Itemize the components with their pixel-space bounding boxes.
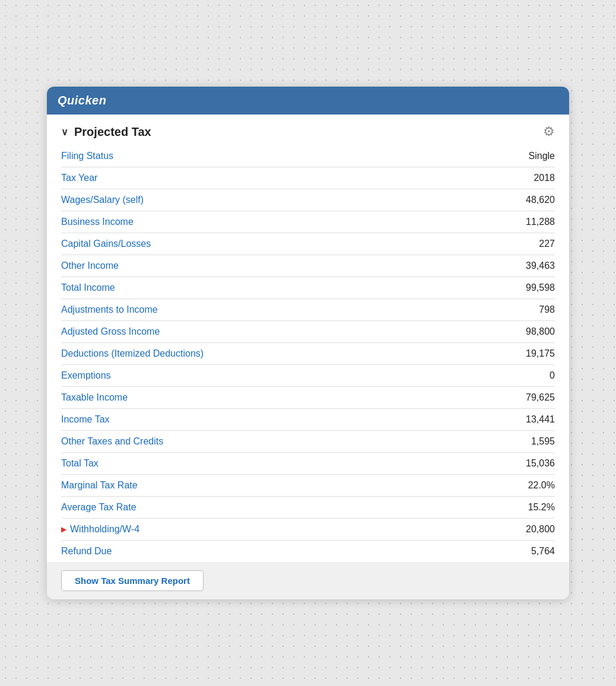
row-label: Wages/Salary (self) <box>61 189 471 211</box>
chevron-down-icon[interactable]: ∨ <box>61 126 68 138</box>
row-value: 798 <box>471 299 555 321</box>
projected-tax-card: Quicken ∨ Projected Tax ⚙ Filing Status … <box>47 87 569 599</box>
table-row[interactable]: Deductions (Itemized Deductions) 19,175 <box>61 343 555 365</box>
table-row[interactable]: Taxable Income 79,625 <box>61 387 555 409</box>
gear-icon[interactable]: ⚙ <box>543 124 555 139</box>
row-label: Other Income <box>61 255 471 277</box>
refund-due-value: 5,764 <box>471 541 555 563</box>
table-row[interactable]: Total Income 99,598 <box>61 277 555 299</box>
withholding-row[interactable]: ▶ Withholding/W-4 20,800 <box>61 519 555 541</box>
table-row[interactable]: Income Tax 13,441 <box>61 409 555 431</box>
table-row[interactable]: Business Income 11,288 <box>61 211 555 233</box>
row-value: 48,620 <box>471 189 555 211</box>
row-label: Business Income <box>61 211 471 233</box>
table-row[interactable]: Marginal Tax Rate 22.0% <box>61 475 555 497</box>
row-label: Deductions (Itemized Deductions) <box>61 343 471 365</box>
app-title: Quicken <box>58 94 106 107</box>
table-row[interactable]: Filing Status Single <box>61 145 555 167</box>
table-row[interactable]: Tax Year 2018 <box>61 167 555 189</box>
row-label: Marginal Tax Rate <box>61 475 471 497</box>
refund-due-row[interactable]: Refund Due 5,764 <box>61 541 555 563</box>
table-row[interactable]: Exemptions 0 <box>61 365 555 387</box>
row-value: 22.0% <box>471 475 555 497</box>
card-header: Quicken <box>47 87 569 115</box>
table-row[interactable]: Adjustments to Income 798 <box>61 299 555 321</box>
row-value: 79,625 <box>471 387 555 409</box>
row-value: 13,441 <box>471 409 555 431</box>
section-title-row: ∨ Projected Tax ⚙ <box>61 115 555 145</box>
row-label: Total Tax <box>61 453 471 475</box>
section-title: ∨ Projected Tax <box>61 125 151 139</box>
row-label: Adjustments to Income <box>61 299 471 321</box>
row-value: 227 <box>471 233 555 255</box>
row-value: 2018 <box>471 167 555 189</box>
row-label: Tax Year <box>61 167 471 189</box>
table-row[interactable]: Adjusted Gross Income 98,800 <box>61 321 555 343</box>
card-footer: Show Tax Summary Report <box>47 562 569 599</box>
refund-due-label: Refund Due <box>61 541 471 563</box>
tax-table: Filing Status Single Tax Year 2018 Wages… <box>61 145 555 562</box>
table-row[interactable]: Capital Gains/Losses 227 <box>61 233 555 255</box>
row-label: Taxable Income <box>61 387 471 409</box>
table-row[interactable]: Total Tax 15,036 <box>61 453 555 475</box>
row-value: 19,175 <box>471 343 555 365</box>
row-value: 99,598 <box>471 277 555 299</box>
row-label: Other Taxes and Credits <box>61 431 471 453</box>
triangle-icon: ▶ <box>61 526 66 533</box>
row-value: 15,036 <box>471 453 555 475</box>
row-label: Filing Status <box>61 145 471 167</box>
row-value: 15.2% <box>471 497 555 519</box>
table-row[interactable]: Average Tax Rate 15.2% <box>61 497 555 519</box>
table-row[interactable]: Other Income 39,463 <box>61 255 555 277</box>
row-value: 39,463 <box>471 255 555 277</box>
card-body: ∨ Projected Tax ⚙ Filing Status Single T… <box>47 115 569 562</box>
row-label: Adjusted Gross Income <box>61 321 471 343</box>
row-label: Total Income <box>61 277 471 299</box>
withholding-label: ▶ Withholding/W-4 <box>61 519 471 541</box>
row-label: Capital Gains/Losses <box>61 233 471 255</box>
section-title-text: Projected Tax <box>74 125 151 139</box>
withholding-value: 20,800 <box>471 519 555 541</box>
row-label: Average Tax Rate <box>61 497 471 519</box>
table-row[interactable]: Other Taxes and Credits 1,595 <box>61 431 555 453</box>
row-value: 0 <box>471 365 555 387</box>
row-value: 1,595 <box>471 431 555 453</box>
row-label: Exemptions <box>61 365 471 387</box>
row-value: Single <box>471 145 555 167</box>
row-value: 11,288 <box>471 211 555 233</box>
show-tax-summary-report-button[interactable]: Show Tax Summary Report <box>61 570 204 591</box>
row-label: Income Tax <box>61 409 471 431</box>
table-row[interactable]: Wages/Salary (self) 48,620 <box>61 189 555 211</box>
row-value: 98,800 <box>471 321 555 343</box>
